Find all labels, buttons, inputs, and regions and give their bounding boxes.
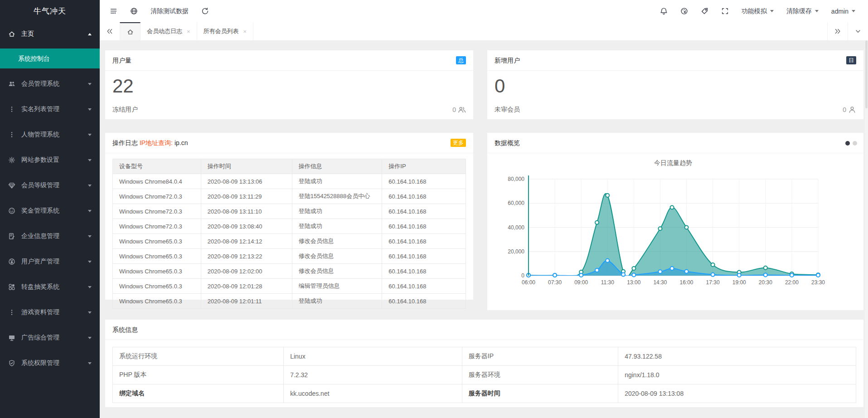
svg-text:17:30: 17:30 bbox=[706, 279, 720, 286]
cell-ip: 60.164.10.168 bbox=[382, 189, 466, 204]
cell-ip: 60.164.10.168 bbox=[382, 174, 466, 189]
chevron-down-icon bbox=[88, 235, 92, 238]
card-system-info: 系统信息 系统运行环境 Linux 服务器IP 47.93.122.58 PHP… bbox=[105, 320, 863, 407]
grid-icon bbox=[8, 283, 15, 291]
chevron-down-icon bbox=[88, 261, 92, 263]
home-icon bbox=[8, 30, 15, 38]
col-device: 设备型号 bbox=[113, 159, 201, 174]
sidebar-item-label: 会员等级管理 bbox=[21, 181, 88, 190]
tabs-menu-button[interactable] bbox=[848, 22, 868, 40]
svg-text:16:00: 16:00 bbox=[680, 279, 693, 286]
sidebar-item-bonus[interactable]: 奖金管理系统 bbox=[0, 198, 100, 224]
cell-info: 修改会员信息 bbox=[292, 234, 382, 249]
refresh-button[interactable] bbox=[195, 0, 215, 22]
chevron-down-icon bbox=[88, 185, 92, 187]
sysinfo-value: Linux bbox=[284, 347, 462, 366]
sidebar-item-ads[interactable]: 广告综合管理 bbox=[0, 325, 100, 350]
sysinfo-value: kk.ucodes.net bbox=[284, 384, 462, 403]
table-row: Windows Chrome65.0.32020-08-09 12:14:12修… bbox=[113, 234, 466, 249]
fullscreen-button[interactable] bbox=[715, 0, 735, 22]
svg-text:今日流量趋势: 今日流量趋势 bbox=[654, 159, 692, 166]
sidebar-item-lottery[interactable]: 转盘抽奖系统 bbox=[0, 274, 100, 300]
scrollbar-thumb[interactable] bbox=[865, 40, 868, 108]
sidebar-item-label: 网站参数设置 bbox=[21, 156, 88, 164]
sidebar-item-realname[interactable]: 实名列表管理 bbox=[0, 97, 100, 122]
tab-member-list[interactable]: 所有会员列表 × bbox=[197, 22, 254, 40]
tab-home[interactable] bbox=[120, 22, 141, 40]
chevron-down-icon bbox=[815, 10, 819, 12]
sysinfo-label: 服务器时间 bbox=[462, 384, 618, 403]
sidebar-item-home[interactable]: 主页 bbox=[0, 22, 100, 46]
sysinfo-label: 绑定域名 bbox=[113, 384, 284, 403]
chevron-down-icon bbox=[88, 134, 92, 136]
cell-info: 修改会员信息 bbox=[292, 249, 382, 264]
sidebar-item-persons[interactable]: 人物管理系统 bbox=[0, 122, 100, 147]
sidebar-item-site-params[interactable]: 网站参数设置 bbox=[0, 147, 100, 173]
card-new-users: 新增用户 日 0 未审会员 0 bbox=[487, 50, 863, 119]
notifications-button[interactable] bbox=[654, 0, 674, 22]
theme-button[interactable] bbox=[674, 0, 694, 22]
function-sim-dropdown[interactable]: 功能模拟 bbox=[735, 0, 780, 22]
sidebar-item-user-assets[interactable]: 用户资产管理 bbox=[0, 249, 100, 274]
tab-member-log[interactable]: 会员动态日志 × bbox=[141, 22, 197, 40]
table-row: Windows Chrome72.0.32020-08-09 13:08:40登… bbox=[113, 219, 466, 234]
table-row: 系统运行环境 Linux 服务器IP 47.93.122.58 bbox=[113, 347, 856, 366]
site-home-button[interactable] bbox=[124, 0, 144, 22]
cell-time: 2020-08-09 12:14:12 bbox=[201, 234, 292, 249]
card-operation-log: 操作日志 IP地址查询: ip.cn 更多 设备型号 操作时间 操作信息 操作I… bbox=[105, 133, 473, 300]
tabs-scroll-right-button[interactable] bbox=[827, 22, 848, 40]
table-row: Windows Chrome65.0.32020-08-09 12:02:00修… bbox=[113, 264, 466, 279]
tabs-scroll-left-button[interactable] bbox=[100, 22, 120, 40]
cell-info: 登陆成功 bbox=[292, 219, 382, 234]
sidebar-item-console[interactable]: 系统控制台 bbox=[0, 49, 100, 68]
more-button[interactable]: 更多 bbox=[451, 139, 466, 147]
tag-button[interactable] bbox=[694, 0, 715, 22]
sidebar-item-label: 企业信息管理 bbox=[21, 232, 88, 240]
svg-text:07:30: 07:30 bbox=[548, 279, 562, 286]
sidebar-item-member-level[interactable]: 会员等级管理 bbox=[0, 173, 100, 198]
menu-fold-button[interactable] bbox=[103, 0, 124, 22]
cell-info: 修改会员信息 bbox=[292, 264, 382, 279]
chevron-down-icon bbox=[88, 159, 92, 161]
sidebar-item-game-data[interactable]: 游戏资料管理 bbox=[0, 300, 100, 325]
cell-time: 2020-08-09 13:11:10 bbox=[201, 204, 292, 219]
sysinfo-value: 2020-08-09 13:13:08 bbox=[618, 384, 856, 403]
sidebar-item-members[interactable]: 会员管理系统 bbox=[0, 71, 100, 97]
globe-icon bbox=[130, 7, 138, 15]
sidebar-item-label: 人物管理系统 bbox=[21, 131, 88, 139]
cell-device: Windows Chrome65.0.3 bbox=[113, 264, 201, 279]
sidebar-item-label: 实名列表管理 bbox=[21, 105, 88, 113]
col-ip: 操作IP bbox=[382, 159, 466, 174]
carousel-dot[interactable] bbox=[853, 141, 857, 146]
chevron-down-icon bbox=[88, 108, 92, 111]
close-icon[interactable]: × bbox=[243, 29, 247, 34]
close-icon[interactable]: × bbox=[187, 29, 190, 34]
menu-fold-icon bbox=[110, 7, 117, 15]
gear-icon bbox=[8, 156, 15, 164]
double-chevron-right-icon bbox=[834, 28, 841, 35]
carousel-dot-active[interactable] bbox=[845, 141, 850, 146]
table-row: PHP 版本 7.2.32 服务器环境 nginx/1.18.0 bbox=[113, 366, 856, 384]
user-outline-icon bbox=[848, 106, 856, 114]
sidebar-item-company-info[interactable]: 企业信息管理 bbox=[0, 224, 100, 249]
cell-device: Windows Chrome72.0.3 bbox=[113, 189, 201, 204]
sidebar-item-label: 转盘抽奖系统 bbox=[21, 283, 88, 291]
presentation-board-icon bbox=[8, 334, 15, 341]
vertical-scrollbar[interactable] bbox=[865, 40, 868, 418]
clear-test-data-button[interactable]: 清除测试数据 bbox=[144, 0, 195, 22]
unaudited-members-label: 未审会员 bbox=[495, 106, 520, 114]
sidebar-item-permissions[interactable]: 系统权限管理 bbox=[0, 350, 100, 376]
user-dropdown[interactable]: admin bbox=[825, 0, 862, 22]
card-title: 数据概览 bbox=[495, 139, 520, 146]
sidebar-item-label: 系统权限管理 bbox=[21, 359, 88, 367]
sysinfo-value: nginx/1.18.0 bbox=[618, 366, 856, 384]
col-info: 操作信息 bbox=[292, 159, 382, 174]
table-row: Windows Chrome65.0.32020-08-09 12:01:28编… bbox=[113, 279, 466, 294]
cell-time: 2020-08-09 13:11:29 bbox=[201, 189, 292, 204]
cell-device: Windows Chrome65.0.3 bbox=[113, 294, 201, 309]
card-title: 系统信息 bbox=[112, 326, 138, 333]
cell-time: 2020-08-09 13:13:06 bbox=[201, 174, 292, 189]
table-header-row: 设备型号 操作时间 操作信息 操作IP bbox=[113, 159, 466, 174]
clear-cache-dropdown[interactable]: 清除缓存 bbox=[780, 0, 825, 22]
chevron-down-icon bbox=[88, 286, 92, 288]
